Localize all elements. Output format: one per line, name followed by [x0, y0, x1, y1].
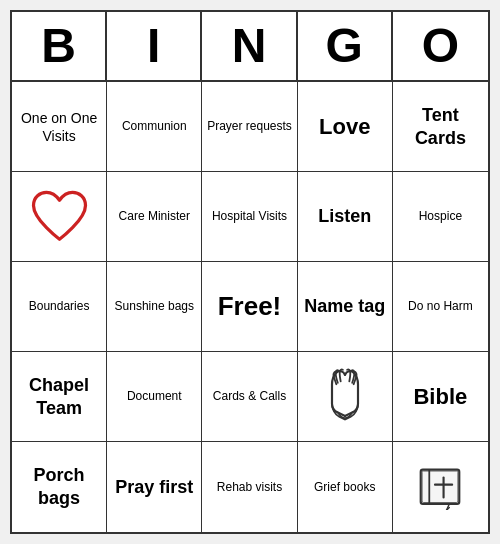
cell-r4c0: Porch bags — [12, 442, 107, 532]
cell-r3c2: Cards & Calls — [202, 352, 297, 442]
heart-icon — [27, 184, 92, 249]
cell-r2c4: Do no Harm — [393, 262, 488, 352]
cell-r3c0: Chapel Team — [12, 352, 107, 442]
cell-r2c1: Sunshine bags — [107, 262, 202, 352]
letter-o: O — [393, 12, 488, 81]
letter-g: G — [298, 12, 393, 81]
cell-r0c3: Love — [298, 82, 393, 172]
cell-r3c3 — [298, 352, 393, 442]
cell-r1c4: Hospice — [393, 172, 488, 262]
cell-r1c0 — [12, 172, 107, 262]
cell-r3c1: Document — [107, 352, 202, 442]
cell-r3c4: Bible — [393, 352, 488, 442]
letter-n: N — [202, 12, 297, 81]
bingo-card: B I N G O One on One Visits Communion Pr… — [10, 10, 490, 535]
cell-r4c1: Pray first — [107, 442, 202, 532]
cell-r1c3: Listen — [298, 172, 393, 262]
svg-rect-1 — [423, 471, 459, 502]
bingo-header: B I N G O — [12, 12, 488, 83]
cell-r4c2: Rehab visits — [202, 442, 297, 532]
cell-r2c2: Free! — [202, 262, 297, 352]
cell-r1c2: Hospital Visits — [202, 172, 297, 262]
cell-r0c4: Tent Cards — [393, 82, 488, 172]
bible-book-icon — [415, 465, 465, 510]
bingo-grid: One on One Visits Communion Prayer reque… — [12, 82, 488, 532]
letter-i: I — [107, 12, 202, 81]
cell-r0c0: One on One Visits — [12, 82, 107, 172]
cell-r0c1: Communion — [107, 82, 202, 172]
cell-r2c3: Name tag — [298, 262, 393, 352]
cell-r4c3: Grief books — [298, 442, 393, 532]
cell-r0c2: Prayer requests — [202, 82, 297, 172]
cell-r1c1: Care Minister — [107, 172, 202, 262]
praying-hands-icon — [315, 364, 375, 429]
cell-r2c0: Boundaries — [12, 262, 107, 352]
cell-r4c4 — [393, 442, 488, 532]
letter-b: B — [12, 12, 107, 81]
